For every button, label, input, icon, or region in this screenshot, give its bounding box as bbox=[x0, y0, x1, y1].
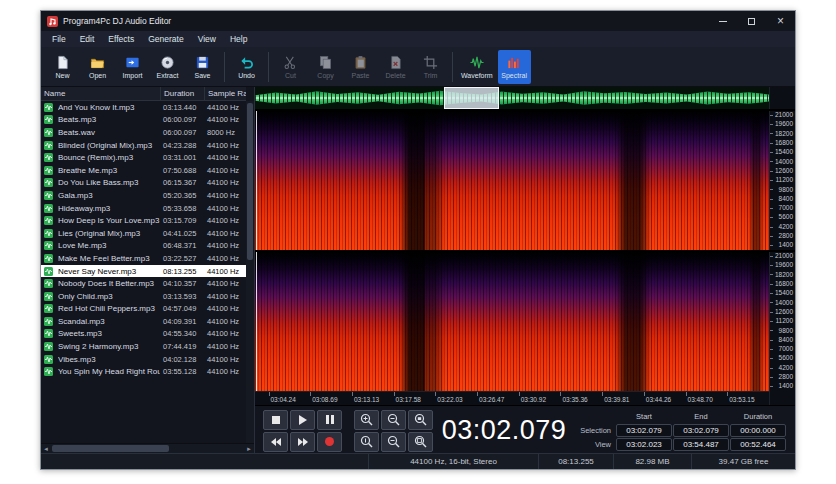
playhead-cursor[interactable] bbox=[256, 252, 257, 391]
frequency-tick-row: 15400 bbox=[770, 149, 793, 156]
file-list-item[interactable]: Beats.wav 06:00.097 8000 Hz bbox=[41, 126, 246, 139]
zoom-selection-button[interactable] bbox=[408, 410, 433, 430]
frequency-tick bbox=[770, 349, 773, 350]
record-button[interactable] bbox=[317, 432, 342, 452]
time-tick-cell: 03:22.03 bbox=[435, 392, 477, 405]
file-list-item[interactable]: Vibes.mp3 04:02.128 44100 Hz bbox=[41, 353, 246, 366]
playhead-cursor[interactable] bbox=[256, 111, 257, 250]
fast-forward-button[interactable] bbox=[290, 432, 315, 452]
frequency-tick-row: 12600 bbox=[770, 168, 793, 175]
menu-item[interactable]: Help bbox=[223, 32, 254, 46]
file-list-item[interactable]: Do You Like Bass.mp3 06:15.367 44100 Hz bbox=[41, 177, 246, 190]
zoom-in-vertical-icon bbox=[360, 435, 373, 448]
file-list-item[interactable]: Red Hot Chili Peppers.mp3 04:57.049 4410… bbox=[41, 303, 246, 316]
copy-button[interactable]: Copy bbox=[309, 50, 342, 84]
file-list-item[interactable]: Sweets.mp3 04:55.340 44100 Hz bbox=[41, 328, 246, 341]
file-list-item[interactable]: Blinded (Original Mix).mp3 04:23.288 441… bbox=[41, 139, 246, 152]
play-button[interactable] bbox=[290, 410, 315, 430]
import-button[interactable]: Import bbox=[116, 50, 149, 84]
frequency-label: 5600 bbox=[779, 355, 793, 362]
pause-button[interactable] bbox=[317, 410, 342, 430]
zoom-full-icon bbox=[414, 435, 427, 448]
file-list-item[interactable]: And You Know It.mp3 03:13.440 44100 Hz bbox=[41, 101, 246, 114]
frequency-label: 2800 bbox=[779, 233, 793, 240]
frequency-label: 8400 bbox=[779, 337, 793, 344]
selection-start-field[interactable]: 03:02.079 bbox=[616, 424, 672, 437]
column-header-name[interactable]: Name bbox=[44, 89, 160, 98]
waveform-view-button[interactable]: Waveform bbox=[458, 50, 496, 84]
selection-duration-field[interactable]: 00:00.000 bbox=[730, 424, 786, 437]
vertical-scrollbar[interactable] bbox=[246, 101, 254, 443]
file-list-item[interactable]: Only Child.mp3 03:13.593 44100 Hz bbox=[41, 290, 246, 303]
file-list-item[interactable]: Breathe Me.mp3 07:50.688 44100 Hz bbox=[41, 164, 246, 177]
horizontal-scrollbar[interactable]: ◄ ► bbox=[41, 443, 254, 453]
file-list-item[interactable]: Love Me.mp3 06:48.371 44100 Hz bbox=[41, 240, 246, 253]
new-button[interactable]: New bbox=[46, 50, 79, 84]
rewind-button[interactable] bbox=[263, 432, 288, 452]
file-list-item[interactable]: Bounce (Remix).mp3 03:31.001 44100 Hz bbox=[41, 151, 246, 164]
cut-button[interactable]: Cut bbox=[274, 50, 307, 84]
menu-item[interactable]: View bbox=[191, 32, 223, 46]
save-button[interactable]: Save bbox=[186, 50, 219, 84]
scroll-right-arrow-icon[interactable]: ► bbox=[244, 444, 254, 453]
file-sample-rate: 44100 Hz bbox=[204, 153, 246, 162]
file-list-item[interactable]: How Deep Is Your Love.mp3 03:15.709 4410… bbox=[41, 214, 246, 227]
file-list-item[interactable]: Make Me Feel Better.mp3 03:22.527 44100 … bbox=[41, 252, 246, 265]
stop-button[interactable] bbox=[263, 410, 288, 430]
vertical-scrollbar-thumb[interactable] bbox=[247, 103, 253, 260]
zoom-out-vertical-button[interactable] bbox=[381, 432, 406, 452]
file-list-item[interactable]: Scandal.mp3 04:09.391 44100 Hz bbox=[41, 315, 246, 328]
delete-button[interactable]: Delete bbox=[379, 50, 412, 84]
spectrogram-right-channel[interactable] bbox=[255, 252, 769, 391]
zoom-full-button[interactable] bbox=[408, 432, 433, 452]
spectral-bars-icon bbox=[506, 55, 522, 71]
open-button[interactable]: Open bbox=[81, 50, 114, 84]
horizontal-scrollbar-thumb[interactable] bbox=[52, 445, 169, 452]
column-header-duration[interactable]: Duration bbox=[160, 87, 204, 100]
spectral-view-button[interactable]: Spectral bbox=[498, 50, 531, 84]
view-duration-field[interactable]: 00:52.464 bbox=[730, 438, 786, 451]
file-list-item[interactable]: Hideaway.mp3 05:33.658 44100 Hz bbox=[41, 202, 246, 215]
view-start-field[interactable]: 03:02.023 bbox=[616, 438, 672, 451]
menu-item[interactable]: Generate bbox=[141, 32, 190, 46]
minimize-button[interactable] bbox=[708, 11, 737, 31]
undo-button[interactable]: Undo bbox=[230, 50, 263, 84]
paste-button[interactable]: Paste bbox=[344, 50, 377, 84]
frequency-label: 21000 bbox=[775, 112, 793, 119]
frequency-tick bbox=[770, 386, 773, 387]
overview-selection-region[interactable] bbox=[444, 87, 499, 109]
time-ruler[interactable]: 03:04.2403:08.6903:13.1303:17.5803:22.03… bbox=[255, 391, 769, 405]
zoom-out-vertical-icon bbox=[387, 435, 400, 448]
selection-view-panel: Start End Duration Selection 03:02.079 0… bbox=[575, 410, 787, 451]
file-sample-rate: 44100 Hz bbox=[204, 254, 246, 263]
frequency-tick-row: 12600 bbox=[770, 309, 793, 316]
spectrogram-left-channel[interactable] bbox=[255, 111, 769, 250]
file-sample-rate: 44100 Hz bbox=[204, 241, 246, 250]
extract-button[interactable]: Extract bbox=[151, 50, 184, 84]
file-list-item[interactable]: Gala.mp3 05:20.365 44100 Hz bbox=[41, 189, 246, 202]
selection-end-field[interactable]: 03:02.079 bbox=[673, 424, 729, 437]
file-list-item[interactable]: Lies (Original Mix).mp3 04:41.025 44100 … bbox=[41, 227, 246, 240]
scroll-left-arrow-icon[interactable]: ◄ bbox=[41, 444, 51, 453]
menu-item[interactable]: Effects bbox=[101, 32, 141, 46]
zoom-in-vertical-button[interactable] bbox=[354, 432, 379, 452]
zoom-in-button[interactable] bbox=[354, 410, 379, 430]
file-list-item[interactable]: You Spin My Head Right Round... 03:55.12… bbox=[41, 365, 246, 378]
file-list-item[interactable]: Beats.mp3 06:00.097 44100 Hz bbox=[41, 114, 246, 127]
file-duration: 06:15.367 bbox=[160, 178, 204, 187]
file-name: Make Me Feel Better.mp3 bbox=[58, 254, 160, 263]
file-list-item[interactable]: Never Say Never.mp3 08:13.255 44100 Hz bbox=[41, 265, 246, 278]
menu-item[interactable]: File bbox=[45, 32, 73, 46]
time-tick-cell: 03:13.13 bbox=[352, 392, 394, 405]
file-list-item[interactable]: Nobody Does It Better.mp3 04:10.357 4410… bbox=[41, 277, 246, 290]
view-end-field[interactable]: 03:54.487 bbox=[673, 438, 729, 451]
menu-item[interactable]: Edit bbox=[73, 32, 102, 46]
close-button[interactable]: × bbox=[766, 11, 795, 31]
overview-waveform[interactable] bbox=[255, 87, 769, 109]
frequency-ruler-right: 2100019600182001680015400140001260011200… bbox=[769, 252, 795, 391]
column-header-sample-rate[interactable]: Sample Rate bbox=[204, 87, 246, 100]
trim-button[interactable]: Trim bbox=[414, 50, 447, 84]
zoom-out-button[interactable] bbox=[381, 410, 406, 430]
maximize-button[interactable] bbox=[737, 11, 766, 31]
file-list-item[interactable]: Swing 2 Harmony.mp3 07:44.419 44100 Hz bbox=[41, 340, 246, 353]
